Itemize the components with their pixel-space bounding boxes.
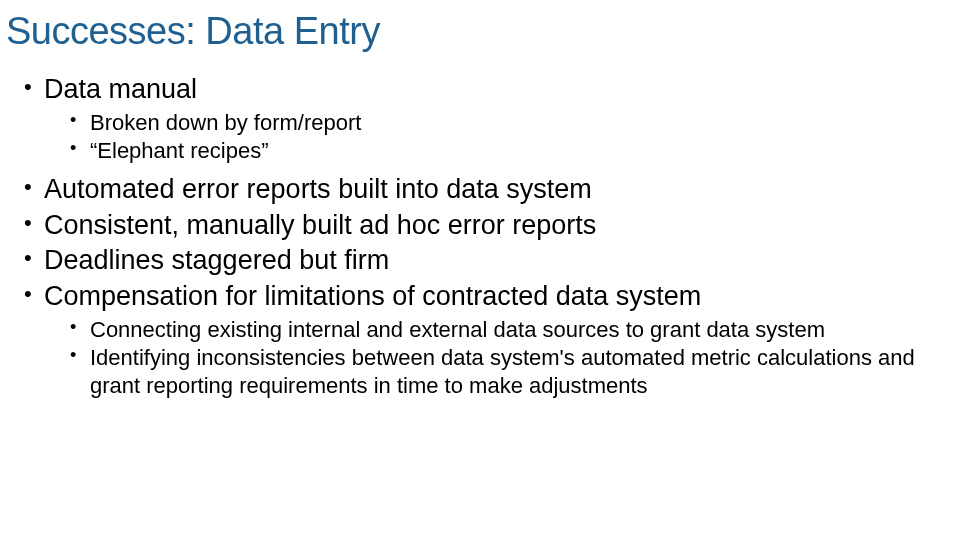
- list-item: Data manual: [0, 73, 960, 107]
- slide-title: Successes: Data Entry: [0, 10, 960, 53]
- list-item: Consistent, manually built ad hoc error …: [0, 209, 960, 243]
- list-item: Connecting existing internal and externa…: [0, 316, 960, 344]
- list-item: “Elephant recipes”: [0, 137, 960, 165]
- list-item: Compensation for limitations of contract…: [0, 280, 960, 314]
- list-item: Broken down by form/report: [0, 109, 960, 137]
- list-item: Identifying inconsistencies between data…: [0, 344, 960, 399]
- list-item: Automated error reports built into data …: [0, 173, 960, 207]
- bullet-list: Data manual Broken down by form/report “…: [0, 73, 960, 399]
- list-item: Deadlines staggered but firm: [0, 244, 960, 278]
